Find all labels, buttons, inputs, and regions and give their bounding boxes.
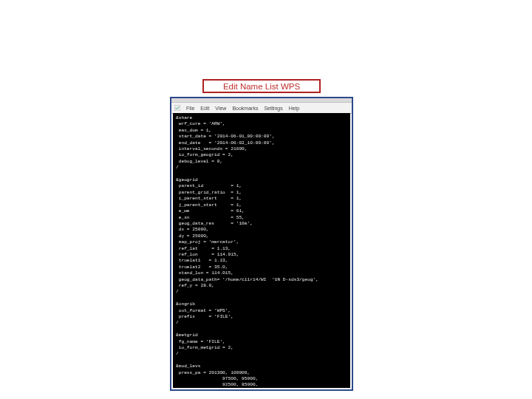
svg-rect-0: [174, 105, 180, 111]
terminal-content[interactable]: &share wrf_core = 'ARW', max_dom = 1, st…: [173, 113, 350, 388]
menu-help[interactable]: Help: [289, 106, 299, 111]
menu-edit[interactable]: Edit: [200, 106, 209, 111]
menubar: File Edit View Bookmarks Settings Help: [171, 103, 352, 114]
title-label-box: Edit Name List WPS: [202, 79, 321, 93]
stage: Edit Name List WPS File Edit View Bookma…: [0, 0, 532, 399]
menu-view[interactable]: View: [215, 106, 226, 111]
title-label-text: Edit Name List WPS: [223, 82, 300, 91]
menu-bookmarks[interactable]: Bookmarks: [232, 106, 258, 111]
editor-window: File Edit View Bookmarks Settings Help &…: [170, 97, 353, 391]
app-icon: [174, 105, 180, 111]
terminal-text: &share wrf_core = 'ARW', max_dom = 1, st…: [176, 115, 318, 388]
menu-settings[interactable]: Settings: [264, 106, 282, 111]
menu-file[interactable]: File: [186, 106, 194, 111]
